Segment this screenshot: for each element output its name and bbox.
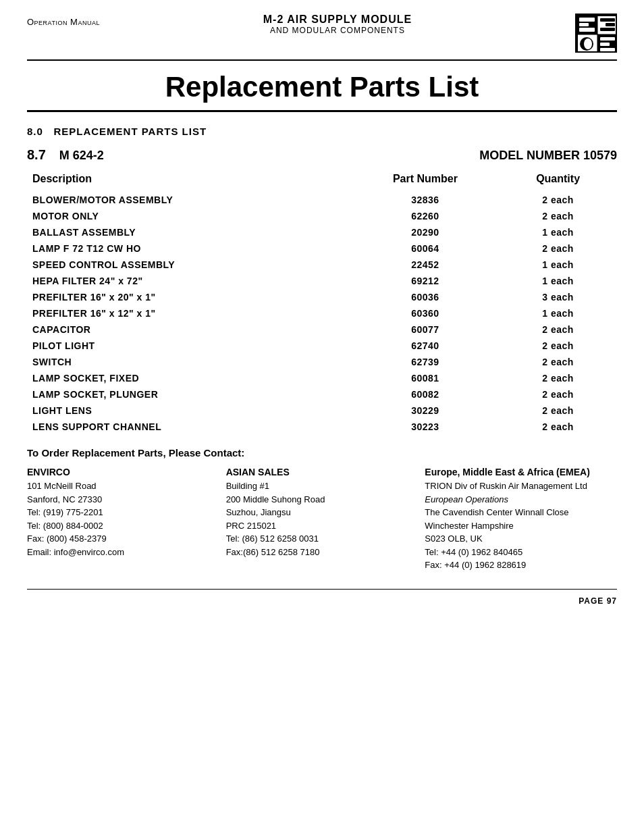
cell-part-number: 60081 [352,370,500,386]
page-number: PAGE 97 [579,596,617,606]
svg-rect-10 [600,28,615,31]
contact-line: S023 OLB, UK [425,532,617,546]
cell-quantity: 2 each [499,338,617,354]
table-row: LIGHT LENS302292 each [27,402,617,419]
contact-line: Winchester Hampshire [425,519,617,533]
cell-description: SWITCH [27,354,352,370]
cell-quantity: 1 each [499,305,617,321]
company-logo [575,14,617,53]
cell-quantity: 2 each [499,402,617,419]
cell-part-number: 60360 [352,305,500,321]
cell-part-number: 62260 [352,208,500,224]
cell-description: PREFILTER 16" x 20" x 1" [27,289,352,305]
contact-line: The Cavendish Center Winnall Close [425,506,617,519]
contact-line: Tel: (800) 884-0002 [27,519,219,533]
contact-line: 101 McNeill Road [27,479,219,493]
table-row: BLOWER/MOTOR ASSEMBLY328362 each [27,192,617,208]
table-row: LAMP F 72 T12 CW HO600642 each [27,240,617,257]
manual-label: Operation Manual [27,14,100,27]
section-87: 8.7 M 624-2 MODEL NUMBER 10579 Descripti… [0,140,644,435]
cell-description: LIGHT LENS [27,402,352,419]
cell-part-number: 60064 [352,240,500,257]
asian-sales-lines: Building #1200 Middle Suhong RoadSuzhou,… [226,479,419,558]
col-header-part-number: Part Number [352,170,500,192]
table-row: SWITCH627392 each [27,354,617,370]
cell-description: LAMP SOCKET, FIXED [27,370,352,386]
envirco-lines: 101 McNeill RoadSanford, NC 27330Tel: (9… [27,479,219,558]
cell-quantity: 2 each [499,321,617,338]
cell-part-number: 32836 [352,192,500,208]
contact-line: Building #1 [226,479,419,493]
envirco-name: ENVIRCO [27,467,219,477]
cell-part-number: 60077 [352,321,500,338]
contact-line: Fax: (800) 458-2379 [27,532,219,546]
manual-label-text: Operation Manual [27,17,100,27]
table-row: PILOT LIGHT627402 each [27,338,617,354]
table-header-row: Description Part Number Quantity [27,170,617,192]
cell-description: CAPACITOR [27,321,352,338]
svg-rect-15 [600,48,615,51]
section-80-label: REPLACEMENT PARTS LIST [53,126,207,137]
cell-part-number: 30223 [352,419,500,435]
model-id: M 624-2 [59,149,104,163]
contact-line: Tel: +44 (0) 1962 840465 [425,546,617,559]
svg-rect-14 [600,43,610,46]
svg-rect-8 [600,18,615,22]
svg-rect-6 [579,23,589,26]
section-87-left: 8.7 M 624-2 [27,147,104,163]
cell-quantity: 2 each [499,192,617,208]
contact-emea: Europe, Middle East & Africa (EMEA) TRIO… [425,467,617,572]
product-subtitle: AND MODULAR COMPONENTS [263,26,412,35]
svg-rect-13 [600,37,615,41]
page: Operation Manual M-2 AIR SUPPLY MODULE A… [0,0,644,834]
cell-description: BALLAST ASSEMBLY [27,224,352,240]
svg-rect-9 [606,23,615,26]
contact-line: Suzhou, Jiangsu [226,506,419,519]
emea-name: Europe, Middle East & Africa (EMEA) [425,467,617,477]
asian-sales-name: ASIAN SALES [226,467,419,477]
product-title: M-2 AIR SUPPLY MODULE [263,14,412,26]
col-header-quantity: Quantity [499,170,617,192]
cell-quantity: 2 each [499,370,617,386]
contact-line: Sanford, NC 27330 [27,493,219,506]
svg-point-12 [584,38,592,49]
cell-quantity: 3 each [499,289,617,305]
cell-quantity: 1 each [499,224,617,240]
col-header-description: Description [27,170,352,192]
contact-line: Email: info@envirco.com [27,546,219,559]
cell-quantity: 2 each [499,419,617,435]
contact-line: Tel: (86) 512 6258 0031 [226,532,419,546]
table-row: LAMP SOCKET, FIXED600812 each [27,370,617,386]
table-row: LAMP SOCKET, PLUNGER600822 each [27,386,617,402]
table-row: CAPACITOR600772 each [27,321,617,338]
contact-line: Tel: (919) 775-2201 [27,506,219,519]
cell-description: LENS SUPPORT CHANNEL [27,419,352,435]
contact-line: TRION Div of Ruskin Air Management Ltd [425,479,617,493]
cell-description: LAMP F 72 T12 CW HO [27,240,352,257]
cell-description: MOTOR ONLY [27,208,352,224]
section-80-title: 8.0 REPLACEMENT PARTS LIST [27,126,207,137]
cell-description: HEPA FILTER 24" x 72" [27,273,352,289]
contact-asian-sales: ASIAN SALES Building #1200 Middle Suhong… [226,467,419,572]
svg-rect-7 [579,28,595,32]
table-row: MOTOR ONLY622602 each [27,208,617,224]
cell-part-number: 20290 [352,224,500,240]
cell-part-number: 60036 [352,289,500,305]
cell-description: BLOWER/MOTOR ASSEMBLY [27,192,352,208]
cell-quantity: 2 each [499,354,617,370]
table-row: HEPA FILTER 24" x 72"692121 each [27,273,617,289]
parts-table: Description Part Number Quantity BLOWER/… [27,170,617,435]
header-center: M-2 AIR SUPPLY MODULE AND MODULAR COMPON… [263,14,412,35]
table-row: PREFILTER 16" x 12" x 1"603601 each [27,305,617,321]
cell-quantity: 2 each [499,386,617,402]
contact-envirco: ENVIRCO 101 McNeill RoadSanford, NC 2733… [27,467,219,572]
section-80-number: 8.0 [27,126,43,137]
cell-part-number: 60082 [352,386,500,402]
cell-quantity: 2 each [499,240,617,257]
table-row: LENS SUPPORT CHANNEL302232 each [27,419,617,435]
table-row: BALLAST ASSEMBLY202901 each [27,224,617,240]
cell-part-number: 62740 [352,338,500,354]
section-80: 8.0 REPLACEMENT PARTS LIST [0,112,644,140]
emea-lines: TRION Div of Ruskin Air Management LtdEu… [425,479,617,572]
page-title: Replacement Parts List [54,71,590,103]
